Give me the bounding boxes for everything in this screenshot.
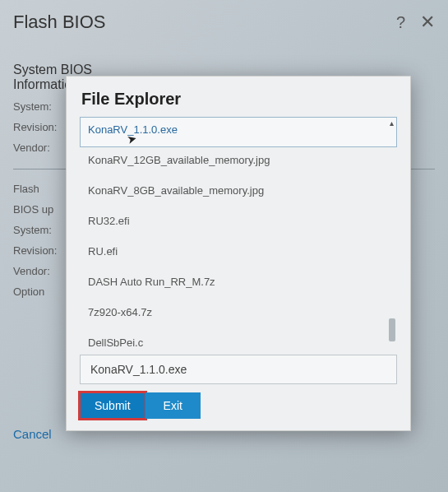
file-item[interactable]: KonaRV_1.1.0.exe — [80, 117, 397, 147]
dialog-title: File Explorer — [67, 77, 410, 117]
dialog-buttons: Submit Exit — [67, 392, 410, 430]
exit-button[interactable]: Exit — [145, 392, 201, 419]
submit-button[interactable]: Submit — [80, 392, 145, 419]
scroll-up-icon[interactable]: ▴ — [390, 118, 394, 128]
file-item[interactable]: 7z920-x64.7z — [80, 299, 397, 330]
cancel-button[interactable]: Cancel — [13, 427, 52, 441]
file-item[interactable]: DellSbPei.c — [80, 330, 397, 346]
selected-file-field[interactable]: KonaRV_1.1.0.exe — [80, 355, 397, 384]
close-icon[interactable]: ✕ — [420, 12, 435, 33]
file-explorer-dialog: File Explorer ▴ KonaRV_1.1.0.exe KonaRV_… — [66, 76, 411, 431]
label-system: System: — [13, 100, 71, 113]
label-revision: Revision: — [13, 121, 71, 133]
file-item[interactable]: KonaRV_8GB_available_memory.jpg — [80, 178, 397, 208]
label-system2: System: — [13, 224, 71, 236]
file-item[interactable]: DASH Auto Run_RR_M.7z — [80, 269, 397, 299]
window-title: Flash BIOS — [13, 12, 105, 33]
file-item[interactable]: RU.efi — [80, 239, 397, 269]
label-revision2: Revision: — [13, 244, 71, 257]
scrollbar-thumb[interactable] — [389, 318, 395, 341]
file-item[interactable]: RU32.efi — [80, 208, 397, 239]
label-option: Option — [13, 285, 71, 298]
label-vendor2: Vendor: — [13, 265, 71, 277]
window-controls: ? ✕ — [396, 12, 435, 33]
label-vendor: Vendor: — [13, 142, 71, 154]
window-header: Flash BIOS ? ✕ — [13, 12, 435, 38]
file-item[interactable]: KonaRV_12GB_available_memory.jpg — [80, 147, 397, 178]
label-bios-update: BIOS up — [13, 203, 71, 216]
file-list[interactable]: ▴ KonaRV_1.1.0.exe KonaRV_12GB_available… — [80, 117, 397, 346]
label-flash: Flash — [13, 183, 71, 195]
help-icon[interactable]: ? — [396, 13, 405, 32]
